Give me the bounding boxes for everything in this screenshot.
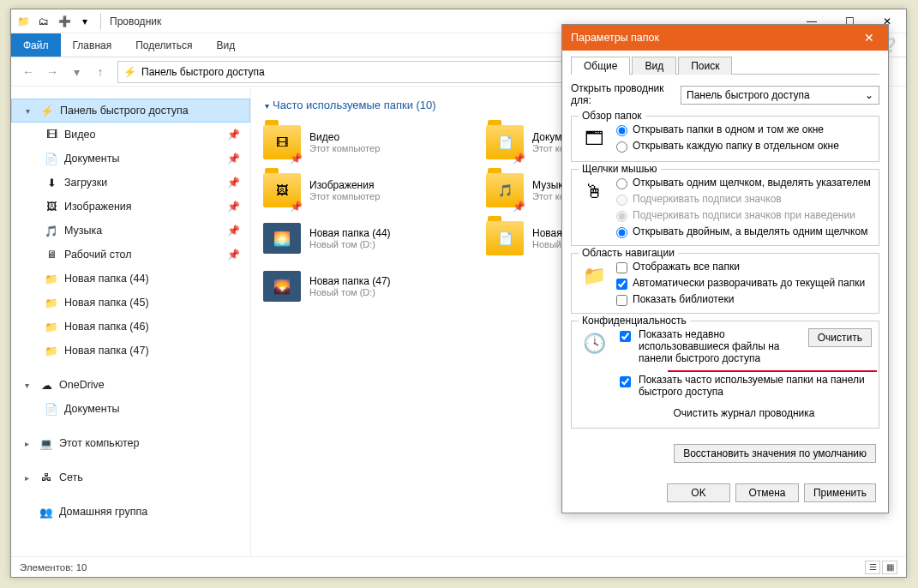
onedrive-icon: ☁ [39, 379, 54, 392]
tab-general[interactable]: Общие [571, 57, 630, 75]
sidebar-item-folder[interactable]: 📁Новая папка (44) [11, 267, 250, 291]
pictures-icon: 🖼 [44, 201, 59, 213]
nav-icon: 📁 [579, 261, 609, 291]
check-show-all[interactable] [616, 262, 627, 273]
documents-icon: 📄 [44, 153, 59, 165]
cancel-button[interactable]: Отмена [735, 483, 799, 502]
breadcrumb: Панель быстрого доступа [141, 66, 265, 78]
chevron-right-icon[interactable]: ▸ [25, 473, 29, 483]
sidebar-homegroup[interactable]: 👥Домашняя группа [11, 500, 250, 524]
nav-forward-icon[interactable]: → [42, 62, 63, 82]
chevron-down-icon[interactable]: ▾ [25, 381, 29, 390]
check-frequent-folders[interactable] [620, 376, 631, 387]
click-fieldset: Щелчки мышью 🖱 Открывать одним щелчком, … [571, 169, 879, 246]
nav-up-icon[interactable]: ↑ [90, 62, 111, 82]
sidebar-item-pictures[interactable]: 🖼Изображения📌 [11, 195, 250, 219]
navigation-pane: ▾ ⚡ Панель быстрого доступа 🎞Видео📌 📄Док… [11, 87, 251, 556]
pin-icon: 📌 [513, 153, 525, 165]
folder-options-dialog: Параметры папок ✕ Общие Вид Поиск Открыт… [561, 24, 889, 513]
music-icon: 🎵 [44, 225, 59, 237]
dialog-titlebar: Параметры папок ✕ [562, 25, 888, 51]
sidebar-item-label: Панель быстрого доступа [60, 105, 189, 117]
dialog-title: Параметры папок [571, 32, 659, 44]
folder-item[interactable]: 🎞📌ВидеоЭтот компьютер [261, 120, 467, 165]
check-auto-expand[interactable] [616, 279, 627, 290]
ribbon-tab-view[interactable]: Вид [204, 33, 247, 57]
ribbon-tab-file[interactable]: Файл [11, 33, 61, 57]
radio-single-click[interactable] [616, 178, 627, 189]
quick-access-toolbar: 📁 🗂 ➕ ▾ [11, 11, 95, 32]
sidebar-item-video[interactable]: 🎞Видео📌 [11, 123, 250, 147]
pin-icon: 📌 [227, 201, 240, 213]
nav-recent-icon[interactable]: ▾ [66, 62, 87, 82]
ribbon-tab-home[interactable]: Главная [61, 33, 124, 57]
open-explorer-select[interactable]: Панель быстрого доступа⌄ [681, 86, 879, 105]
folder-icon: 📁 [44, 321, 59, 333]
sidebar-item-folder[interactable]: 📁Новая папка (47) [11, 339, 250, 363]
clear-history-link[interactable]: Очистить журнал проводника [616, 404, 872, 421]
ribbon-tab-share[interactable]: Поделиться [123, 33, 204, 57]
privacy-fieldset: Конфиденциальность 🕓 Показать недавно ис… [571, 321, 879, 429]
pin-icon: 📌 [290, 153, 303, 165]
pin-icon: 📌 [290, 201, 303, 213]
properties-icon[interactable]: 🗂 [33, 11, 54, 32]
sidebar-quick-access[interactable]: ▾ ⚡ Панель быстрого доступа [11, 99, 250, 123]
documents-icon: 📄 [44, 403, 59, 416]
nav-fieldset: Область навигации 📁 Отображать все папки… [571, 253, 879, 314]
quick-access-icon: ⚡ [123, 66, 136, 78]
chevron-down-icon: ⌄ [865, 89, 873, 101]
chevron-right-icon[interactable]: ▸ [25, 439, 29, 448]
tab-view[interactable]: Вид [632, 57, 676, 75]
sidebar-onedrive-docs[interactable]: 📄Документы [11, 397, 250, 421]
nav-back-icon[interactable]: ← [18, 62, 39, 82]
folder-icon: 📁 [44, 297, 59, 309]
pin-icon: 📌 [513, 201, 525, 213]
sidebar-item-downloads[interactable]: ⬇Загрузки📌 [11, 171, 250, 195]
sidebar-item-folder[interactable]: 📁Новая папка (45) [11, 291, 250, 315]
folder-thumbnail: 🌅 [263, 223, 301, 254]
details-view-icon[interactable]: ☰ [865, 561, 880, 574]
new-folder-icon[interactable]: ➕ [54, 11, 75, 32]
sidebar-this-pc[interactable]: ▸💻Этот компьютер [11, 431, 250, 455]
radio-new-window[interactable] [616, 141, 627, 153]
ok-button[interactable]: OK [667, 483, 730, 502]
chevron-down-icon[interactable]: ▾ [26, 106, 30, 116]
tab-search[interactable]: Поиск [678, 57, 732, 75]
dialog-tabs: Общие Вид Поиск [571, 56, 879, 75]
apply-button[interactable]: Применить [804, 483, 876, 502]
browse-icon: 🗔 [579, 123, 609, 154]
pin-icon: 📌 [227, 153, 240, 165]
sidebar-onedrive[interactable]: ▾☁OneDrive [11, 373, 250, 397]
folder-item[interactable]: 🌄Новая папка (47)Новый том (D:) [261, 264, 467, 309]
homegroup-icon: 👥 [39, 506, 54, 519]
clear-button[interactable]: Очистить [808, 328, 872, 347]
sidebar-item-desktop[interactable]: 🖥Рабочий стол📌 [11, 243, 250, 267]
tiles-view-icon[interactable]: ▦ [882, 561, 897, 574]
pin-icon: 📌 [227, 225, 240, 237]
sidebar-item-documents[interactable]: 📄Документы📌 [11, 147, 250, 171]
restore-defaults-button[interactable]: Восстановить значения по умолчанию [674, 444, 876, 463]
radio-underline-all [616, 195, 627, 206]
check-recent-files[interactable] [620, 331, 631, 342]
check-show-lib[interactable] [616, 295, 627, 306]
dialog-close-button[interactable]: ✕ [850, 25, 888, 51]
radio-underline-hover [616, 211, 627, 222]
highlight-annotation [668, 370, 877, 372]
sidebar-network[interactable]: ▸🖧Сеть [11, 465, 250, 489]
sidebar-item-folder[interactable]: 📁Новая папка (46) [11, 315, 250, 339]
qat-dropdown-icon[interactable]: ▾ [75, 11, 95, 32]
folder-item[interactable]: 🖼📌ИзображенияЭтот компьютер [261, 168, 467, 213]
item-count: Элементов: 10 [20, 562, 87, 573]
video-icon: 🎞 [44, 129, 59, 141]
click-icon: 🖱 [579, 177, 609, 207]
pin-icon: 📌 [227, 249, 240, 261]
sidebar-item-music[interactable]: 🎵Музыка📌 [11, 219, 250, 243]
folder-icon: 📁 [44, 345, 59, 357]
folder-item[interactable]: 🌅Новая папка (44)Новый том (D:) [261, 216, 467, 261]
folder-thumbnail: 🌄 [263, 271, 301, 302]
pin-icon: 📌 [227, 177, 240, 189]
radio-double-click[interactable] [616, 227, 627, 238]
folder-icon: 📁 [44, 273, 59, 285]
radio-same-window[interactable] [616, 125, 627, 136]
status-bar: Элементов: 10 ☰▦ [11, 556, 906, 577]
